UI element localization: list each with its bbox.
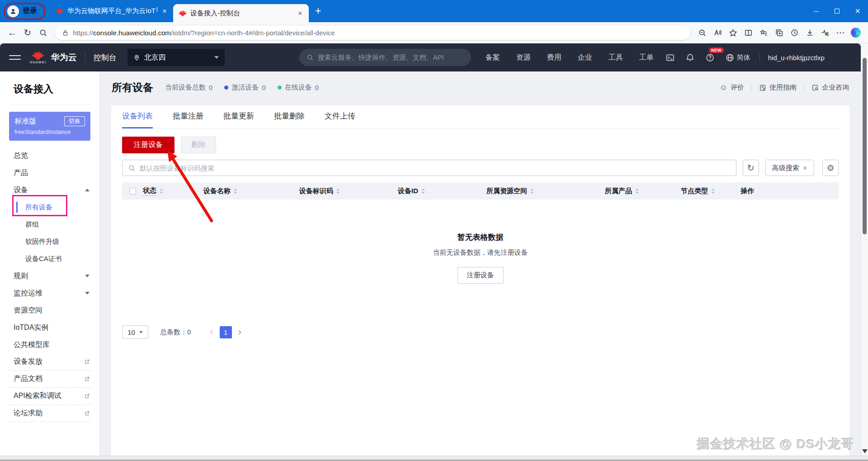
browser-tab-iot-platform[interactable]: 华为云物联网平台_华为云IoT平台 × bbox=[50, 2, 173, 20]
copilot-icon[interactable] bbox=[848, 25, 863, 40]
language-selector[interactable]: 简体 bbox=[725, 53, 750, 62]
sidebar-item-device-provisioning[interactable]: 设备发放 bbox=[8, 353, 91, 371]
sort-icon[interactable] bbox=[421, 189, 425, 194]
empty-register-device-button[interactable]: 注册设备 bbox=[458, 267, 504, 284]
sort-icon[interactable] bbox=[530, 189, 534, 194]
sidebar-item-public-models[interactable]: 公共模型库 bbox=[0, 336, 99, 353]
device-search-input[interactable] bbox=[140, 164, 731, 172]
user-guide-action[interactable]: 使用指南 bbox=[759, 83, 797, 92]
search-icon[interactable] bbox=[35, 25, 51, 40]
enterprise-consult-action[interactable]: 企业咨询 bbox=[811, 83, 849, 92]
device-search-box[interactable] bbox=[122, 160, 736, 176]
account-username[interactable]: hid_u-rhbktjpzctlxp bbox=[768, 54, 825, 62]
nav-link-tools[interactable]: 工具 bbox=[609, 53, 623, 62]
refresh-button[interactable]: ↻ bbox=[20, 25, 35, 40]
next-page-button[interactable]: › bbox=[238, 326, 241, 338]
feedback-action[interactable]: ☺评价 bbox=[720, 83, 744, 92]
column-product[interactable]: 所属产品 bbox=[605, 187, 681, 195]
nav-link-billing[interactable]: 费用 bbox=[547, 53, 561, 62]
menu-hamburger-icon[interactable] bbox=[9, 52, 21, 62]
tab-batch-update[interactable]: 批量更新 bbox=[223, 111, 254, 128]
sidebar-item-rules[interactable]: 规则 bbox=[0, 267, 99, 285]
nav-link-tickets[interactable]: 工单 bbox=[639, 53, 654, 62]
browser-profile-button[interactable]: 登录 bbox=[4, 3, 46, 20]
help-icon[interactable]: NEW bbox=[705, 53, 715, 62]
more-options-icon[interactable]: ⋯ bbox=[833, 25, 848, 40]
refresh-search-button[interactable]: ↻ bbox=[743, 160, 759, 176]
notifications-bell-icon[interactable] bbox=[685, 53, 695, 62]
switch-version-button[interactable]: 切换 bbox=[64, 116, 85, 126]
browser-tab-device-console[interactable]: 设备接入-控制台 × bbox=[173, 4, 309, 22]
scrollbar-down-arrow[interactable] bbox=[862, 449, 868, 453]
read-aloud-icon[interactable] bbox=[710, 25, 725, 40]
scrollbar-thumb[interactable] bbox=[863, 58, 867, 234]
select-all-checkbox[interactable] bbox=[129, 188, 136, 195]
column-device-id[interactable]: 设备ID bbox=[398, 187, 486, 195]
tab-device-list[interactable]: 设备列表 bbox=[122, 111, 153, 128]
close-button[interactable]: × bbox=[847, 0, 868, 22]
new-tab-button[interactable]: + bbox=[315, 5, 321, 17]
sidebar-item-api-explorer[interactable]: API检索和调试 bbox=[8, 388, 91, 405]
sidebar-item-groups[interactable]: 群组 bbox=[0, 216, 99, 233]
favorites-bar-icon[interactable] bbox=[756, 25, 771, 40]
sidebar-item-devices[interactable]: 设备 bbox=[0, 181, 99, 199]
column-resource-space[interactable]: 所属资源空间 bbox=[486, 187, 605, 195]
column-device-name[interactable]: 设备名称 bbox=[203, 187, 299, 195]
tab-file-upload[interactable]: 文件上传 bbox=[325, 111, 355, 128]
chevron-down-icon bbox=[85, 275, 90, 277]
sort-icon[interactable] bbox=[711, 189, 715, 194]
sidebar-item-device-ca[interactable]: 设备CA证书 bbox=[0, 250, 99, 267]
address-bar[interactable]: https://console.huaweicloud.com/iotdm/?r… bbox=[54, 25, 691, 40]
sort-icon[interactable] bbox=[160, 189, 163, 194]
cli-terminal-icon[interactable] bbox=[665, 53, 675, 62]
tab-batch-delete[interactable]: 批量删除 bbox=[274, 111, 305, 128]
nav-link-enterprise[interactable]: 企业 bbox=[578, 53, 592, 62]
maximize-button[interactable] bbox=[826, 0, 847, 22]
zoom-indicator-icon[interactable] bbox=[694, 25, 710, 40]
history-icon[interactable] bbox=[787, 25, 802, 40]
sidebar-item-overview[interactable]: 总览 bbox=[0, 147, 99, 164]
green-dot-icon bbox=[278, 86, 282, 90]
nav-link-resources[interactable]: 资源 bbox=[516, 53, 531, 62]
sort-icon[interactable] bbox=[234, 189, 237, 194]
column-node-type[interactable]: 节点类型 bbox=[681, 187, 741, 195]
current-page-button[interactable]: 1 bbox=[220, 326, 232, 338]
split-screen-icon[interactable] bbox=[741, 25, 756, 40]
tab-close-icon[interactable]: × bbox=[297, 10, 303, 17]
column-status[interactable]: 状态 bbox=[143, 186, 203, 196]
minimize-button[interactable]: ─ bbox=[806, 0, 826, 22]
sidebar-item-products[interactable]: 产品 bbox=[0, 164, 99, 181]
consult-doc-icon bbox=[811, 84, 819, 91]
sort-icon[interactable] bbox=[635, 189, 639, 194]
tab-batch-register[interactable]: 批量注册 bbox=[173, 111, 203, 128]
sidebar-item-product-docs[interactable]: 产品文档 bbox=[8, 371, 91, 388]
huawei-logo-icon[interactable]: HUAWEI bbox=[30, 51, 47, 64]
device-stats: 当前设备总数0 激活设备0 在线设备0 bbox=[165, 83, 319, 92]
table-settings-button[interactable]: ⚙ bbox=[822, 160, 839, 176]
advanced-search-button[interactable]: 高级搜索» bbox=[765, 160, 814, 176]
column-node-id[interactable]: 设备标识码 bbox=[299, 187, 398, 195]
downloads-icon[interactable] bbox=[802, 25, 817, 40]
collections-icon[interactable] bbox=[771, 25, 787, 40]
sidebar-item-iotda-instances[interactable]: IoTDA实例 bbox=[0, 319, 99, 336]
register-device-button[interactable]: 注册设备 bbox=[122, 137, 175, 153]
back-button[interactable]: ← bbox=[5, 25, 20, 40]
browser-essentials-icon[interactable] bbox=[817, 25, 833, 40]
tab-close-icon[interactable]: × bbox=[161, 7, 168, 15]
region-selector[interactable]: 北京四 bbox=[127, 49, 225, 66]
prev-page-button[interactable]: ‹ bbox=[210, 326, 213, 338]
sidebar-item-forum-help[interactable]: 论坛求助 bbox=[8, 405, 91, 422]
console-link[interactable]: 控制台 bbox=[94, 52, 117, 63]
vertical-scrollbar[interactable] bbox=[861, 43, 868, 456]
favorite-star-icon[interactable] bbox=[725, 25, 741, 40]
sidebar-item-all-devices[interactable]: 所有设备 bbox=[0, 199, 99, 216]
sort-icon[interactable] bbox=[336, 189, 340, 194]
sidebar-item-firmware-upgrade[interactable]: 软固件升级 bbox=[0, 233, 99, 250]
search-row: ↻ 高级搜索» ⚙ bbox=[122, 160, 839, 176]
nav-link-beian[interactable]: 备案 bbox=[486, 53, 500, 62]
sidebar-item-resource-spaces[interactable]: 资源空间 bbox=[0, 302, 99, 319]
page-size-select[interactable]: 10 bbox=[122, 325, 148, 339]
brand-name[interactable]: 华为云 bbox=[51, 52, 77, 63]
sidebar-item-monitoring[interactable]: 监控运维 bbox=[0, 285, 99, 302]
console-search-input[interactable]: 搜索云服务、快捷操作、资源、文档、API bbox=[299, 49, 471, 66]
